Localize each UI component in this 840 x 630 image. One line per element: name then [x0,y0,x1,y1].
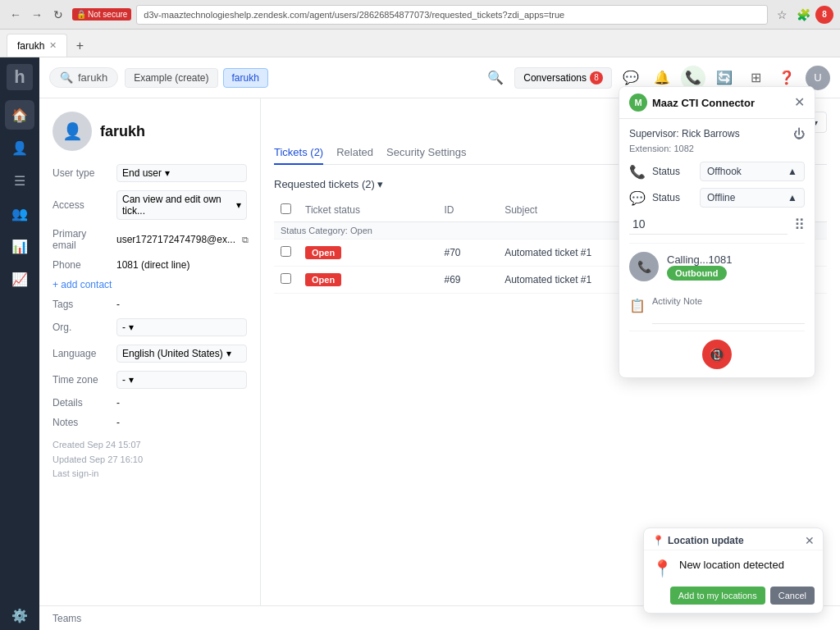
add-to-locations-button[interactable]: Add to my locations [670,587,765,605]
tab-security-settings[interactable]: Security Settings [386,141,467,165]
add-tab-button[interactable]: + [69,35,90,57]
row-checkbox[interactable] [281,273,291,284]
jabber-icon: 💬 [629,190,646,206]
add-contact-link[interactable]: + add contact [52,279,247,290]
dialpad-row: ⠿ [629,214,805,235]
row-checkbox-cell [274,240,299,267]
email-row: Primary email user1727172474798@ex... ⧉ [52,228,247,251]
toast-actions: Add to my locations Cancel [644,587,823,613]
jabber-status-label: Status [652,192,693,203]
language-row: Language English (United States) ▾ [52,345,247,363]
search-pill[interactable]: 🔍 farukh [49,67,118,88]
search-icon: 🔍 [60,71,73,84]
sidebar-item-settings[interactable]: ⚙️ [5,600,34,630]
toast-close-button[interactable]: ✕ [805,535,815,546]
user-type-select[interactable]: End user ▾ [116,164,247,182]
phone-row: Phone 1081 (direct line) [52,259,247,271]
tags-label: Tags [52,299,110,310]
back-button[interactable]: ← [7,6,25,24]
sidebar-item-users[interactable]: 👥 [5,199,34,228]
browser-actions: ☆ 🧩 8 [773,6,833,24]
status-cell: Open [299,240,437,267]
dialpad-button[interactable]: ⠿ [794,216,805,234]
cti-title: Maaz CTI Connector [652,97,755,109]
language-select[interactable]: English (United States) ▾ [116,345,247,363]
location-icon: 📍 [652,535,664,546]
timezone-select[interactable]: - ▾ [116,371,247,389]
access-row: Access Can view and edit own tick... ▾ [52,190,247,220]
org-select[interactable]: - ▾ [116,318,247,336]
hangup-button[interactable]: 📵 [702,340,732,369]
user-avatar-row: 👤 farukh [52,112,247,151]
supervisor-text: Supervisor: Rick Barrows [629,128,740,139]
dial-input[interactable] [629,214,788,235]
details-value: - [116,397,247,409]
close-tab-icon[interactable]: ✕ [49,40,57,51]
jabber-status-select[interactable]: Offline ▲ [700,188,805,208]
bookmark-button[interactable]: ☆ [773,6,791,24]
activity-row: 📋 Activity Note [629,296,805,324]
forward-button[interactable]: → [28,6,46,24]
chevron-down-icon: ▾ [226,348,231,359]
cti-body: Supervisor: Rick Barrows ⏻ Extension: 10… [619,119,815,377]
user-type-label: User type [52,167,110,179]
sidebar-item-analytics[interactable]: 📈 [5,264,34,294]
chevron-up-icon: ▲ [788,192,797,203]
email-value: user1727172474798@ex... [116,234,235,245]
status-badge-open: Open [305,273,341,286]
nav-buttons: ← → ↻ [7,6,67,24]
sidebar-logo[interactable]: h [7,64,33,90]
cisco-status-select[interactable]: Offhook ▲ [700,162,805,181]
row-checkbox[interactable] [281,246,291,257]
chevron-up-icon: ▲ [788,166,797,177]
email-label: Primary email [52,228,110,251]
user-name: farukh [100,123,145,140]
farukh-tab[interactable]: farukh ✕ [7,34,67,57]
call-details: Calling...1081 Outbound [667,253,733,281]
call-info-row: 📞 Calling...1081 Outbound [629,243,805,290]
notes-label: Notes [52,417,110,428]
cti-connector-panel: M Maaz CTI Connector ✕ Supervisor: Rick … [619,86,815,378]
call-avatar: 📞 [629,252,659,281]
address-bar[interactable]: d3v-maaztechnologieshelp.zendesk.com/age… [136,5,768,25]
security-badge: 🔒 Not secure [72,8,131,21]
cti-title-row: M Maaz CTI Connector [629,94,755,112]
activity-note-input[interactable] [652,308,805,324]
search-button[interactable]: 🔍 [483,66,508,90]
toast-header: 📍 Location update ✕ [644,528,823,550]
jabber-status-row: 💬 Status Offline ▲ [629,188,805,208]
notes-row: Notes - [52,417,247,428]
cti-header: M Maaz CTI Connector ✕ [619,87,815,119]
access-select[interactable]: Can view and edit own tick... ▾ [116,190,247,220]
cti-close-button[interactable]: ✕ [794,96,805,109]
breadcrumb-create[interactable]: Example (create) [125,68,217,88]
status-badge-open: Open [305,246,341,259]
location-toast: 📍 Location update ✕ 📍 New location detec… [643,527,824,614]
select-all-checkbox[interactable] [281,203,291,214]
activity-label: Activity Note [652,296,805,306]
tickets-count[interactable]: Requested tickets (2) ▾ [274,178,383,190]
cancel-location-button[interactable]: Cancel [770,587,815,605]
sidebar-item-user[interactable]: 👤 [5,133,34,162]
extensions-button[interactable]: 🧩 [794,6,812,24]
language-label: Language [52,348,110,359]
phone-value: 1081 (direct line) [116,259,247,271]
toast-body: 📍 New location detected [644,550,823,587]
org-label: Org. [52,322,110,333]
cisco-status-row: 📞 Status Offhook ▲ [629,162,805,181]
sidebar-item-tickets[interactable]: ☰ [5,166,34,195]
conversations-button[interactable]: Conversations 8 [514,67,612,89]
activity-note-icon: 📋 [629,298,646,313]
call-direction-badge: Outbound [667,266,727,281]
tab-tickets[interactable]: Tickets (2) [274,141,323,165]
id-cell: #69 [437,267,498,294]
reload-button[interactable]: ↻ [49,6,67,24]
sidebar-item-reports[interactable]: 📊 [5,231,34,261]
copy-email-button[interactable]: ⧉ [242,232,249,247]
extension-text: Extension: 1082 [629,144,805,153]
breadcrumb-farukh[interactable]: farukh [223,68,268,88]
sidebar-item-home[interactable]: 🏠 [5,100,34,130]
power-button[interactable]: ⏻ [793,127,805,140]
id-header: ID [437,199,498,222]
tab-related[interactable]: Related [336,141,373,165]
